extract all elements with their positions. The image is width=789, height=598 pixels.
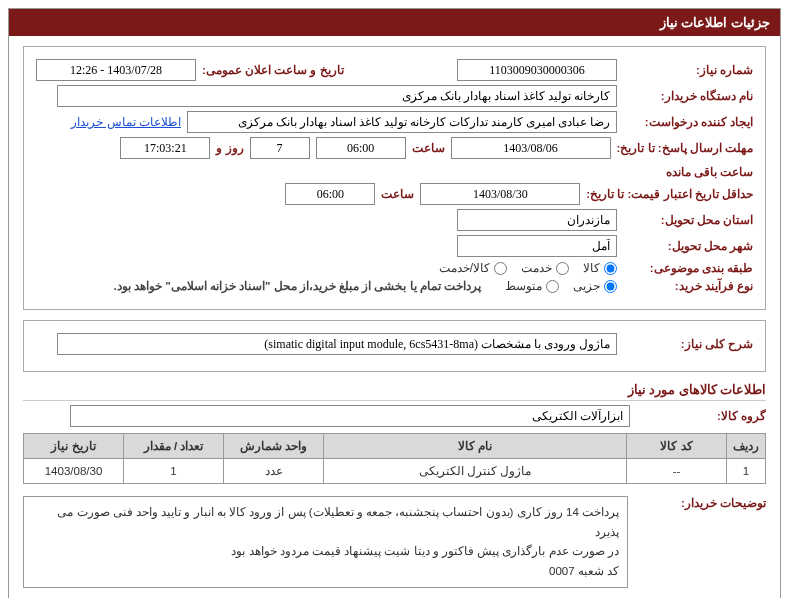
- radio-both[interactable]: کالا/خدمت: [439, 261, 507, 275]
- overview-input: [57, 333, 617, 355]
- category-label: طبقه بندی موضوعی:: [623, 261, 753, 275]
- deadline-time-label: ساعت: [412, 141, 445, 155]
- th-code: کد کالا: [627, 434, 727, 459]
- row-province: استان محل تحویل:: [36, 209, 753, 231]
- th-row: ردیف: [727, 434, 766, 459]
- table-header-row: ردیف کد کالا نام کالا واحد شمارش تعداد /…: [24, 434, 766, 459]
- days-and-label: روز و: [216, 141, 243, 155]
- overview-label: شرح کلی نیاز:: [623, 337, 753, 351]
- buyer-label: نام دستگاه خریدار:: [623, 89, 753, 103]
- row-buyer-notes: توضیحات خریدار: پرداخت 14 روز کاری (بدون…: [23, 490, 766, 588]
- buyer-notes-line3: کد شعبه 0007: [32, 562, 619, 582]
- publish-label: تاریخ و ساعت اعلان عمومی:: [202, 63, 344, 77]
- need-no-input: [457, 59, 617, 81]
- main-fieldset: شماره نیاز: تاریخ و ساعت اعلان عمومی: نا…: [23, 46, 766, 310]
- radio-jozee[interactable]: جزیی: [573, 279, 617, 293]
- min-validity-time-input: [285, 183, 375, 205]
- province-input: [457, 209, 617, 231]
- th-qty: تعداد / مقدار: [124, 434, 224, 459]
- row-requester: ایجاد کننده درخواست: اطلاعات تماس خریدار: [36, 111, 753, 133]
- panel-title: جزئیات اطلاعات نیاز: [9, 9, 780, 36]
- cell-unit: عدد: [224, 459, 324, 484]
- radio-khedmat-input[interactable]: [556, 262, 569, 275]
- panel-body: شماره نیاز: تاریخ و ساعت اعلان عمومی: نا…: [9, 36, 780, 598]
- min-validity-label: حداقل تاریخ اعتبار قیمت: تا تاریخ:: [586, 187, 753, 201]
- cell-code: --: [627, 459, 727, 484]
- min-validity-time-label: ساعت: [381, 187, 414, 201]
- row-city: شهر محل تحویل:: [36, 235, 753, 257]
- category-radio-group: کالا خدمت کالا/خدمت: [439, 261, 617, 275]
- remaining-label: ساعت باقی مانده: [666, 165, 753, 179]
- process-radio-group: جزیی متوسط: [505, 279, 617, 293]
- deadline-label: مهلت ارسال پاسخ: تا تاریخ:: [617, 141, 753, 155]
- buyer-notes-box: پرداخت 14 روز کاری (بدون احتساب پنجشنبه،…: [23, 496, 628, 588]
- province-label: استان محل تحویل:: [623, 213, 753, 227]
- timer-input: [120, 137, 210, 159]
- islamic-note: پرداخت تمام یا بخشی از مبلغ خرید،از محل …: [114, 279, 481, 293]
- contact-link[interactable]: اطلاعات تماس خریدار: [71, 115, 181, 129]
- radio-kala[interactable]: کالا: [583, 261, 617, 275]
- requester-label: ایجاد کننده درخواست:: [623, 115, 753, 129]
- deadline-date-input: [451, 137, 611, 159]
- th-date: تاریخ نیاز: [24, 434, 124, 459]
- details-panel: جزئیات اطلاعات نیاز شماره نیاز: تاریخ و …: [8, 8, 781, 598]
- radio-motavasset[interactable]: متوسط: [505, 279, 559, 293]
- requester-input: [187, 111, 617, 133]
- city-input: [457, 235, 617, 257]
- row-need-no: شماره نیاز: تاریخ و ساعت اعلان عمومی:: [36, 59, 753, 81]
- row-deadline: مهلت ارسال پاسخ: تا تاریخ: ساعت روز و سا…: [36, 137, 753, 179]
- row-buyer: نام دستگاه خریدار:: [36, 85, 753, 107]
- group-label: گروه کالا:: [636, 409, 766, 423]
- row-process: نوع فرآیند خرید: جزیی متوسط پرداخت تمام …: [36, 279, 753, 293]
- row-min-validity: حداقل تاریخ اعتبار قیمت: تا تاریخ: ساعت: [36, 183, 753, 205]
- buyer-notes-label: توضیحات خریدار:: [636, 490, 766, 510]
- overview-fieldset: شرح کلی نیاز:: [23, 320, 766, 372]
- deadline-time-input: [316, 137, 406, 159]
- radio-motavasset-input[interactable]: [546, 280, 559, 293]
- buyer-notes-line1: پرداخت 14 روز کاری (بدون احتساب پنجشنبه،…: [32, 503, 619, 542]
- radio-both-input[interactable]: [494, 262, 507, 275]
- items-table: ردیف کد کالا نام کالا واحد شمارش تعداد /…: [23, 433, 766, 484]
- th-name: نام کالا: [324, 434, 627, 459]
- radio-jozee-input[interactable]: [604, 280, 617, 293]
- row-overview: شرح کلی نیاز:: [36, 333, 753, 355]
- goods-section-title: اطلاعات کالاهای مورد نیاز: [23, 382, 766, 401]
- cell-qty: 1: [124, 459, 224, 484]
- city-label: شهر محل تحویل:: [623, 239, 753, 253]
- cell-name: ماژول کنترل الکتریکی: [324, 459, 627, 484]
- cell-date: 1403/08/30: [24, 459, 124, 484]
- buyer-input: [57, 85, 617, 107]
- radio-khedmat[interactable]: خدمت: [521, 261, 569, 275]
- publish-input: [36, 59, 196, 81]
- days-input: [250, 137, 310, 159]
- radio-kala-input[interactable]: [604, 262, 617, 275]
- buyer-notes-line2: در صورت عدم بارگذاری پیش فاکتور و دیتا ش…: [32, 542, 619, 562]
- cell-row: 1: [727, 459, 766, 484]
- group-input: [70, 405, 630, 427]
- table-row: 1 -- ماژول کنترل الکتریکی عدد 1 1403/08/…: [24, 459, 766, 484]
- min-validity-date-input: [420, 183, 580, 205]
- need-no-label: شماره نیاز:: [623, 63, 753, 77]
- process-label: نوع فرآیند خرید:: [623, 279, 753, 293]
- th-unit: واحد شمارش: [224, 434, 324, 459]
- row-group: گروه کالا:: [23, 405, 766, 427]
- row-category: طبقه بندی موضوعی: کالا خدمت کالا/خدمت: [36, 261, 753, 275]
